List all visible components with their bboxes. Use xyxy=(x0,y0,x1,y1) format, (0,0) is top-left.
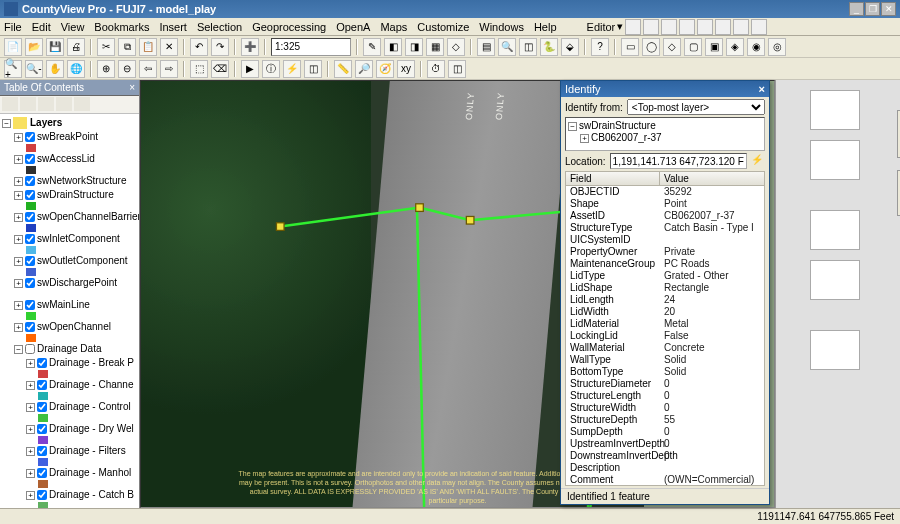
layer-item[interactable]: +swAccessLid xyxy=(2,152,137,166)
attr-row[interactable]: AssetIDCB062007_r-37 xyxy=(566,210,764,222)
fixed-zoom-in-icon[interactable]: ⊕ xyxy=(97,60,115,78)
attribute-table[interactable]: OBJECTID35292ShapePointAssetIDCB062007_r… xyxy=(565,186,765,486)
toc-list-by-drawing-icon[interactable] xyxy=(2,97,18,111)
modelbuilder-icon[interactable]: ⬙ xyxy=(561,38,579,56)
layer-item[interactable]: +swMainLine xyxy=(2,298,137,312)
attr-row[interactable]: StructureDiameter0 xyxy=(566,378,764,390)
prev-extent-icon[interactable]: ⇦ xyxy=(139,60,157,78)
catalog-thumb[interactable] xyxy=(810,210,860,250)
menu-opena[interactable]: OpenA xyxy=(336,21,370,33)
flash-location-icon[interactable]: ⚡ xyxy=(751,154,765,168)
layer-visibility-checkbox[interactable] xyxy=(37,402,47,412)
toggle-icon[interactable]: + xyxy=(14,257,23,266)
delete-icon[interactable]: ✕ xyxy=(160,38,178,56)
editor-tool-1[interactable] xyxy=(625,19,641,35)
toc-options-icon[interactable] xyxy=(74,97,90,111)
layer-item[interactable]: +swDischargePoint xyxy=(2,276,137,290)
open-icon[interactable]: 📂 xyxy=(25,38,43,56)
next-extent-icon[interactable]: ⇨ xyxy=(160,60,178,78)
editor-tool-5[interactable] xyxy=(697,19,713,35)
find-icon[interactable]: 🔎 xyxy=(355,60,373,78)
layer-visibility-checkbox[interactable] xyxy=(25,322,35,332)
sel-c[interactable]: ◇ xyxy=(663,38,681,56)
data-view-icon[interactable] xyxy=(6,511,20,523)
layer-item[interactable]: +swNetworkStructure xyxy=(2,174,137,188)
menu-maps[interactable]: Maps xyxy=(380,21,407,33)
attr-row[interactable]: LockingLidFalse xyxy=(566,330,764,342)
layer-visibility-checkbox[interactable] xyxy=(25,190,35,200)
attr-row[interactable]: ShapePoint xyxy=(566,198,764,210)
toggle-icon[interactable]: + xyxy=(14,279,23,288)
attr-row[interactable]: Comment(OWN=Commercial) xyxy=(566,474,764,486)
layer-visibility-checkbox[interactable] xyxy=(37,424,47,434)
fixed-zoom-out-icon[interactable]: ⊖ xyxy=(118,60,136,78)
toggle-icon[interactable]: + xyxy=(14,191,23,200)
copy-icon[interactable]: ⧉ xyxy=(118,38,136,56)
attr-row[interactable]: LidTypeGrated - Other xyxy=(566,270,764,282)
sel-a[interactable]: ▭ xyxy=(621,38,639,56)
editor-tool-8[interactable] xyxy=(751,19,767,35)
layer-item[interactable]: +Drainage - Filters xyxy=(2,444,137,458)
attr-row[interactable]: LidWidth20 xyxy=(566,306,764,318)
select-features-icon[interactable]: ⬚ xyxy=(190,60,208,78)
menu-customize[interactable]: Customize xyxy=(417,21,469,33)
layer-visibility-checkbox[interactable] xyxy=(25,176,35,186)
menu-view[interactable]: View xyxy=(61,21,85,33)
layer-visibility-checkbox[interactable] xyxy=(37,358,47,368)
attr-row[interactable]: UpstreamInvertDepth0 xyxy=(566,438,764,450)
clear-selection-icon[interactable]: ⌫ xyxy=(211,60,229,78)
layer-item[interactable]: +swBreakPoint xyxy=(2,130,137,144)
zoom-out-icon[interactable]: 🔍- xyxy=(25,60,43,78)
toggle-icon[interactable]: − xyxy=(14,345,23,354)
layer-visibility-checkbox[interactable] xyxy=(37,490,47,500)
layer-item[interactable]: +Drainage - Control xyxy=(2,400,137,414)
toolbar-e[interactable]: ◇ xyxy=(447,38,465,56)
identify-from-select[interactable]: <Top-most layer> xyxy=(627,99,765,115)
toc-list-by-selection-icon[interactable] xyxy=(56,97,72,111)
refresh-icon[interactable] xyxy=(42,511,56,523)
sel-f[interactable]: ◈ xyxy=(726,38,744,56)
toc-tree[interactable]: −Layers +swBreakPoint+swAccessLid+swNetw… xyxy=(0,114,139,508)
layer-item[interactable]: +swDrainStructure xyxy=(2,188,137,202)
toggle-icon[interactable]: − xyxy=(568,122,577,131)
python-icon[interactable]: 🐍 xyxy=(540,38,558,56)
find-route-icon[interactable]: 🧭 xyxy=(376,60,394,78)
layer-visibility-checkbox[interactable] xyxy=(25,154,35,164)
attr-row[interactable]: WallTypeSolid xyxy=(566,354,764,366)
attr-row[interactable]: StructureDepth55 xyxy=(566,414,764,426)
attr-row[interactable]: StructureTypeCatch Basin - Type I xyxy=(566,222,764,234)
editor-tool-6[interactable] xyxy=(715,19,731,35)
attr-row[interactable]: BottomTypeSolid xyxy=(566,366,764,378)
sel-b[interactable]: ◯ xyxy=(642,38,660,56)
editor-tool-2[interactable] xyxy=(643,19,659,35)
toggle-icon[interactable]: + xyxy=(14,213,23,222)
toc-list-by-source-icon[interactable] xyxy=(20,97,36,111)
layer-visibility-checkbox[interactable] xyxy=(25,256,35,266)
editor-tool-4[interactable] xyxy=(679,19,695,35)
editor-dropdown[interactable]: Editor xyxy=(587,21,616,33)
time-slider-icon[interactable]: ⏱ xyxy=(427,60,445,78)
identify-icon[interactable]: ⓘ xyxy=(262,60,280,78)
help-icon[interactable]: ? xyxy=(591,38,609,56)
toggle-icon[interactable]: + xyxy=(14,301,23,310)
goto-xy-icon[interactable]: xy xyxy=(397,60,415,78)
layout-view-icon[interactable] xyxy=(24,511,38,523)
menu-insert[interactable]: Insert xyxy=(159,21,187,33)
attr-row[interactable]: StructureLength0 xyxy=(566,390,764,402)
toggle-icon[interactable]: + xyxy=(26,381,35,390)
menu-windows[interactable]: Windows xyxy=(479,21,524,33)
catalog-icon[interactable]: ▤ xyxy=(477,38,495,56)
zoom-in-icon[interactable]: 🔍+ xyxy=(4,60,22,78)
attr-row[interactable]: MaintenanceGroupPC Roads xyxy=(566,258,764,270)
sel-g[interactable]: ◉ xyxy=(747,38,765,56)
menu-selection[interactable]: Selection xyxy=(197,21,242,33)
menu-edit[interactable]: Edit xyxy=(32,21,51,33)
select-elements-icon[interactable]: ▶ xyxy=(241,60,259,78)
toc-close-icon[interactable]: × xyxy=(129,82,135,93)
full-extent-icon[interactable]: 🌐 xyxy=(67,60,85,78)
attr-row[interactable]: LidMaterialMetal xyxy=(566,318,764,330)
toolbar-a[interactable]: ✎ xyxy=(363,38,381,56)
identify-close-icon[interactable]: × xyxy=(759,83,765,95)
layer-visibility-checkbox[interactable] xyxy=(25,300,35,310)
add-data-icon[interactable]: ➕ xyxy=(241,38,259,56)
